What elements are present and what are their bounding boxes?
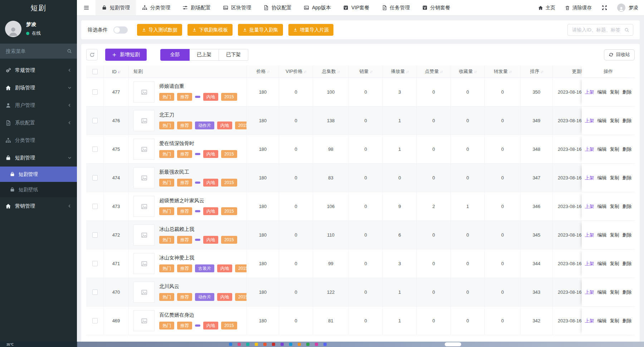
- action-编辑[interactable]: 编辑: [597, 261, 607, 267]
- sort-icon[interactable]: ↓↑: [541, 70, 543, 74]
- action-上架[interactable]: 上架: [585, 318, 594, 324]
- filter-button-下载剧集模板[interactable]: 下载剧集模板: [187, 24, 233, 36]
- action-编辑[interactable]: 编辑: [597, 146, 607, 153]
- action-复制[interactable]: 复制: [610, 89, 619, 95]
- sidebar-item-短剧管理[interactable]: 短剧管理: [0, 149, 77, 167]
- action-编辑[interactable]: 编辑: [597, 318, 607, 324]
- header-sort[interactable]: 排序↓↑: [521, 65, 553, 78]
- action-复制[interactable]: 复制: [610, 146, 619, 153]
- tab-App版本[interactable]: App版本: [298, 0, 337, 15]
- action-复制[interactable]: 复制: [610, 175, 619, 181]
- sort-icon[interactable]: ↓↑: [267, 70, 269, 74]
- taskbar-app-icon-8[interactable]: [298, 343, 301, 346]
- action-删除[interactable]: 删除: [623, 261, 632, 267]
- header-plays[interactable]: 播放量↓↑: [383, 65, 417, 78]
- tab-协议配置[interactable]: 协议配置: [257, 0, 298, 15]
- taskbar-app-icon-0[interactable]: [229, 343, 232, 346]
- sidebar-item-营销管理[interactable]: 营销管理: [0, 197, 77, 215]
- tab-分类管理[interactable]: 分类管理: [136, 0, 176, 15]
- action-上架[interactable]: 上架: [585, 89, 594, 95]
- action-编辑[interactable]: 编辑: [597, 89, 607, 95]
- action-删除[interactable]: 删除: [623, 203, 632, 210]
- taskbar-app-icon-9[interactable]: [306, 343, 309, 346]
- segment-已上架[interactable]: 已上架: [190, 49, 219, 61]
- header-price[interactable]: 价格↓↑: [247, 65, 279, 78]
- header-vip[interactable]: VIP价格↓↑: [279, 65, 313, 78]
- header-favorites[interactable]: 收藏量↓↑: [451, 65, 485, 78]
- sort-icon[interactable]: ↓↑: [474, 70, 477, 74]
- header-id[interactable]: ID↓↑: [104, 65, 129, 78]
- os-taskbar[interactable]: 35℃: [0, 342, 644, 347]
- sort-icon[interactable]: ↓↑: [406, 70, 409, 74]
- header-episodes[interactable]: 总集数↓↑: [313, 65, 349, 78]
- sort-icon[interactable]: ↓↑: [440, 70, 443, 74]
- tab-任务管理[interactable]: 任务管理: [376, 0, 416, 15]
- action-删除[interactable]: 删除: [623, 89, 632, 95]
- sidebar-subitem-短剧壁纸[interactable]: 短剧壁纸: [0, 182, 77, 197]
- action-复制[interactable]: 复制: [610, 203, 619, 210]
- topbar-link-清除缓存[interactable]: 清除缓存: [565, 5, 592, 11]
- sidebar-item-常规管理[interactable]: 常规管理: [0, 61, 77, 79]
- action-删除[interactable]: 删除: [623, 118, 632, 124]
- action-删除[interactable]: 删除: [623, 289, 632, 296]
- action-删除[interactable]: 删除: [623, 175, 632, 181]
- action-复制[interactable]: 复制: [610, 232, 619, 238]
- fullscreen-icon[interactable]: [601, 5, 608, 11]
- taskbar-app-icon-3[interactable]: [255, 343, 258, 346]
- taskbar-app-icon-5[interactable]: [272, 343, 275, 346]
- taskbar-app-icon-7[interactable]: [289, 343, 292, 346]
- taskbar-tray-pill[interactable]: [445, 342, 461, 346]
- action-编辑[interactable]: 编辑: [597, 118, 607, 124]
- tab-剧场配置[interactable]: 剧场配置: [176, 0, 217, 15]
- action-复制[interactable]: 复制: [610, 118, 619, 124]
- action-编辑[interactable]: 编辑: [597, 175, 607, 181]
- add-drama-button[interactable]: 新增短剧: [105, 49, 147, 61]
- action-复制[interactable]: 复制: [610, 318, 619, 324]
- action-上架[interactable]: 上架: [585, 146, 594, 153]
- row-checkbox[interactable]: [92, 118, 98, 123]
- header-likes[interactable]: 点赞量↓↑: [417, 65, 451, 78]
- filter-button-增量导入片源[interactable]: 增量导入片源: [288, 24, 333, 36]
- action-删除[interactable]: 删除: [623, 232, 632, 238]
- tab-VIP套餐[interactable]: VIP套餐: [337, 0, 376, 15]
- table-search-input[interactable]: [571, 27, 621, 33]
- sort-icon[interactable]: ↓↑: [303, 70, 306, 74]
- tab-短剧管理[interactable]: 短剧管理: [96, 0, 136, 15]
- taskbar-app-icon-2[interactable]: [246, 343, 249, 346]
- header-sales[interactable]: 销量↓↑: [349, 65, 383, 78]
- row-checkbox[interactable]: [92, 147, 98, 152]
- recycle-bin-button[interactable]: 回收站: [604, 49, 635, 60]
- action-上架[interactable]: 上架: [585, 203, 594, 210]
- tab-区块管理[interactable]: 区块管理: [217, 0, 257, 15]
- sidebar-subitem-短剧管理[interactable]: 短剧管理: [0, 167, 77, 182]
- row-checkbox[interactable]: [92, 204, 98, 209]
- sort-icon[interactable]: ↓↑: [370, 70, 372, 74]
- topbar-link-主页[interactable]: 主页: [538, 5, 555, 11]
- sidebar-search-input[interactable]: [5, 48, 59, 54]
- hamburger-button[interactable]: [77, 0, 96, 15]
- search-icon[interactable]: [67, 49, 72, 54]
- action-复制[interactable]: 复制: [610, 261, 619, 267]
- select-all-checkbox[interactable]: [92, 69, 98, 74]
- row-checkbox[interactable]: [92, 232, 98, 238]
- taskbar-app-icon-11[interactable]: [323, 343, 327, 346]
- header-shares[interactable]: 转发量↓↑: [485, 65, 521, 78]
- filter-button-批量导入剧集[interactable]: 批量导入剧集: [238, 24, 283, 36]
- row-checkbox[interactable]: [92, 175, 98, 180]
- taskbar-app-icon-10[interactable]: [315, 343, 318, 346]
- sidebar-item-用户管理[interactable]: 用户管理: [0, 96, 77, 114]
- sidebar-item-分类管理[interactable]: 分类管理: [0, 132, 77, 149]
- sidebar-item-剧场管理[interactable]: 剧场管理: [0, 79, 77, 96]
- action-上架[interactable]: 上架: [585, 261, 594, 267]
- action-编辑[interactable]: 编辑: [597, 289, 607, 296]
- tab-分销套餐[interactable]: 分销套餐: [416, 0, 457, 15]
- refresh-button[interactable]: [86, 49, 98, 60]
- action-上架[interactable]: 上架: [585, 289, 594, 296]
- filter-toggle[interactable]: [113, 26, 128, 34]
- action-上架[interactable]: 上架: [585, 232, 594, 238]
- filter-button-导入测试数据[interactable]: 导入测试数据: [137, 24, 182, 36]
- search-icon[interactable]: [624, 28, 629, 33]
- action-复制[interactable]: 复制: [610, 289, 619, 296]
- sort-icon[interactable]: ↓↑: [118, 70, 120, 74]
- taskbar-app-icon-6[interactable]: [280, 343, 284, 346]
